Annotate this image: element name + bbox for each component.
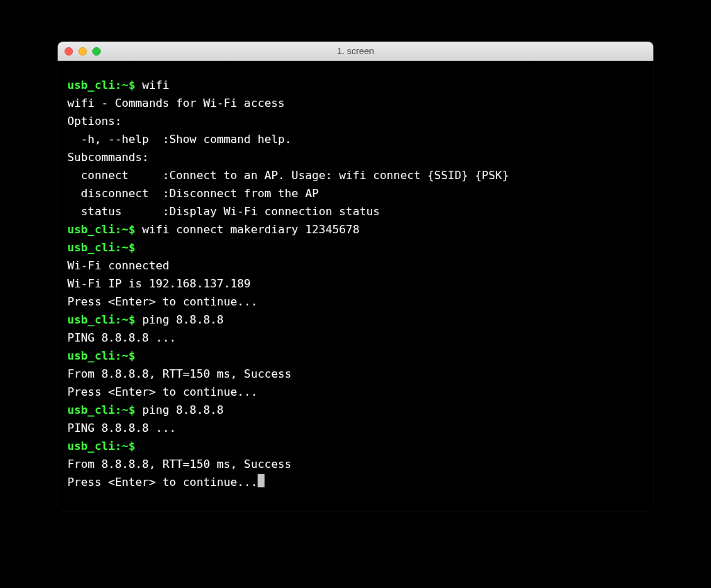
command-text: wifi connect makerdiary 12345678 xyxy=(142,223,360,236)
terminal-line: usb_cli:~$ xyxy=(67,347,644,365)
terminal-line: PING 8.8.8.8 ... xyxy=(67,329,644,347)
command-text: ping 8.8.8.8 xyxy=(142,403,224,417)
minimize-button[interactable] xyxy=(78,47,87,56)
terminal-line: usb_cli:~$ ping 8.8.8.8 xyxy=(67,311,644,329)
terminal-line: usb_cli:~$ xyxy=(67,239,644,257)
traffic-lights xyxy=(65,47,101,56)
cursor-icon xyxy=(258,474,265,487)
terminal-line: wifi - Commands for Wi-Fi access xyxy=(67,94,644,112)
terminal-line: From 8.8.8.8, RTT=150 ms, Success xyxy=(67,365,644,383)
terminal-line: connect :Connect to an AP. Usage: wifi c… xyxy=(67,167,644,185)
terminal-line: Subcommands: xyxy=(67,149,644,167)
prompt: usb_cli:~$ xyxy=(67,241,142,254)
terminal-line: usb_cli:~$ ping 8.8.8.8 xyxy=(67,401,644,419)
terminal-line: PING 8.8.8.8 ... xyxy=(67,419,644,437)
prompt: usb_cli:~$ xyxy=(67,403,142,417)
terminal-line: Options: xyxy=(67,112,644,131)
prompt: usb_cli:~$ xyxy=(67,78,142,92)
prompt: usb_cli:~$ xyxy=(67,349,142,362)
command-text: ping 8.8.8.8 xyxy=(142,313,224,326)
terminal-window: 1. screen usb_cli:~$ wifi wifi - Command… xyxy=(58,42,653,511)
terminal-line: usb_cli:~$ xyxy=(67,437,644,455)
terminal-line: Wi-Fi connected xyxy=(67,257,644,275)
terminal-line: usb_cli:~$ wifi xyxy=(67,76,644,94)
prompt: usb_cli:~$ xyxy=(67,313,142,326)
terminal-line: usb_cli:~$ wifi connect makerdiary 12345… xyxy=(67,221,644,239)
prompt: usb_cli:~$ xyxy=(67,223,142,236)
command-text: wifi xyxy=(142,78,169,92)
terminal-line: Press <Enter> to continue... xyxy=(67,383,644,401)
output-text: Press <Enter> to continue... xyxy=(67,476,258,489)
terminal-line: Press <Enter> to continue... xyxy=(67,293,644,311)
terminal-line: Wi-Fi IP is 192.168.137.189 xyxy=(67,275,644,293)
titlebar[interactable]: 1. screen xyxy=(58,42,653,61)
terminal-line: status :Display Wi-Fi connection status xyxy=(67,203,644,221)
terminal-line: -h, --help :Show command help. xyxy=(67,131,644,149)
terminal-body[interactable]: usb_cli:~$ wifi wifi - Commands for Wi-F… xyxy=(58,61,653,511)
window-title: 1. screen xyxy=(58,46,653,56)
terminal-line: Press <Enter> to continue... xyxy=(67,473,644,492)
maximize-button[interactable] xyxy=(92,47,101,56)
terminal-line: From 8.8.8.8, RTT=150 ms, Success xyxy=(67,455,644,473)
close-button[interactable] xyxy=(65,47,73,56)
terminal-line: disconnect :Disconnect from the AP xyxy=(67,185,644,203)
prompt: usb_cli:~$ xyxy=(67,439,142,453)
